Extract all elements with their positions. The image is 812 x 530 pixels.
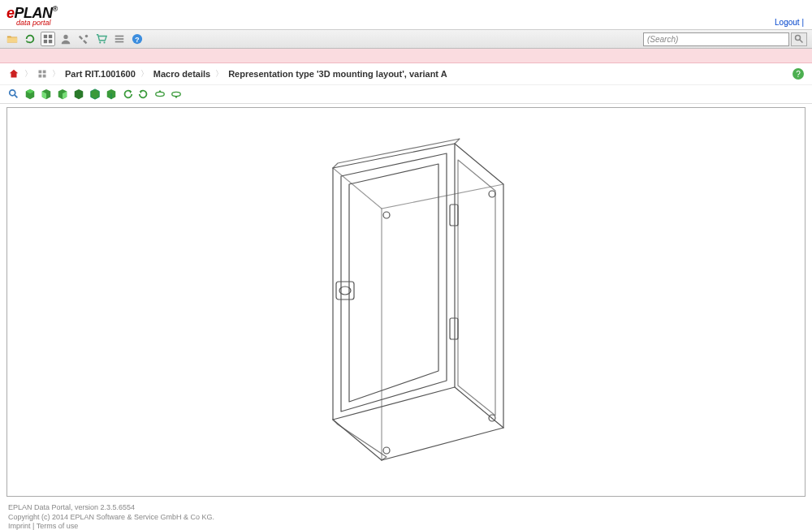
svg-point-23 xyxy=(172,92,181,96)
svg-rect-25 xyxy=(450,318,458,339)
view-cube2-icon[interactable] xyxy=(41,88,52,100)
rotate-right-icon[interactable] xyxy=(138,88,149,100)
search-box xyxy=(643,32,807,46)
main-toolbar: ? xyxy=(0,29,812,49)
svg-rect-15 xyxy=(39,71,42,74)
notification-bar xyxy=(0,49,812,63)
svg-rect-17 xyxy=(39,75,42,78)
svg-rect-24 xyxy=(450,205,458,226)
logo-sub: data portal xyxy=(16,19,806,27)
top-links: Logout | xyxy=(775,18,804,27)
folder-icon[interactable] xyxy=(5,32,19,46)
breadcrumb-part[interactable]: Part RIT.1001600 xyxy=(65,69,136,79)
cart-icon[interactable] xyxy=(94,32,109,46)
svg-rect-3 xyxy=(49,40,52,43)
logout-link[interactable]: Logout xyxy=(775,18,800,27)
svg-rect-0 xyxy=(44,35,47,38)
breadcrumb-sep: 〉 xyxy=(52,68,60,80)
svg-rect-2 xyxy=(44,40,47,43)
breadcrumb: 〉 〉 Part RIT.1001600 〉 Macro details 〉 R… xyxy=(0,63,812,85)
enclosure-3d-drawing xyxy=(260,127,552,476)
svg-rect-18 xyxy=(43,75,46,78)
svg-point-6 xyxy=(99,41,101,43)
svg-point-5 xyxy=(85,35,89,38)
3d-viewer[interactable] xyxy=(6,107,806,497)
zoom-fit-icon[interactable] xyxy=(8,88,19,100)
breadcrumb-grid-icon[interactable] xyxy=(37,69,47,79)
tools-icon[interactable] xyxy=(76,32,91,46)
logo-reg: ® xyxy=(53,5,58,13)
top-links-sep: | xyxy=(801,18,804,27)
breadcrumb-macro[interactable]: Macro details xyxy=(153,69,210,79)
view-cube4-icon[interactable] xyxy=(73,88,84,100)
breadcrumb-sep: 〉 xyxy=(24,68,32,80)
svg-rect-10 xyxy=(115,41,124,43)
footer: EPLAN Data Portal, version 2.3.5.6554 Co… xyxy=(0,500,812,530)
list-icon[interactable] xyxy=(112,32,127,46)
svg-point-7 xyxy=(103,41,105,43)
view-cube3-icon[interactable] xyxy=(57,88,68,100)
help-icon[interactable]: ? xyxy=(130,32,145,46)
context-help-icon[interactable]: ? xyxy=(793,68,804,80)
svg-point-19 xyxy=(10,90,15,96)
view-toolbar xyxy=(0,85,812,104)
svg-point-22 xyxy=(156,92,165,96)
svg-text:?: ? xyxy=(135,36,139,44)
view-cube5-icon[interactable] xyxy=(89,88,101,100)
rotate-up-icon[interactable] xyxy=(154,88,166,100)
user-icon[interactable] xyxy=(58,32,73,46)
terms-link[interactable]: Terms of use xyxy=(37,522,79,530)
svg-line-20 xyxy=(15,95,18,98)
rotate-left-icon[interactable] xyxy=(122,88,133,100)
footer-links: Imprint | Terms of use xyxy=(8,522,804,530)
imprint-link[interactable]: Imprint xyxy=(8,522,31,530)
svg-rect-1 xyxy=(49,35,52,38)
svg-point-29 xyxy=(489,191,495,197)
footer-version: EPLAN Data Portal, version 2.3.5.6554 xyxy=(8,503,804,513)
footer-sep: | xyxy=(31,522,37,530)
search-button[interactable] xyxy=(791,32,807,46)
view-cube6-icon[interactable] xyxy=(106,88,117,100)
home-icon[interactable] xyxy=(8,68,19,80)
svg-point-13 xyxy=(796,36,801,41)
rotate-down-icon[interactable] xyxy=(171,88,182,100)
breadcrumb-rep: Representation type '3D mounting layout'… xyxy=(228,69,447,79)
view-cube1-icon[interactable] xyxy=(24,88,36,100)
svg-rect-9 xyxy=(115,38,124,40)
svg-rect-8 xyxy=(115,36,124,37)
grid-icon[interactable] xyxy=(41,32,55,46)
svg-point-30 xyxy=(383,447,390,454)
breadcrumb-sep: 〉 xyxy=(140,68,149,80)
svg-rect-16 xyxy=(43,71,46,74)
breadcrumb-sep: 〉 xyxy=(215,68,223,80)
svg-point-28 xyxy=(383,212,390,218)
footer-copyright: Copyright (c) 2014 EPLAN Software & Serv… xyxy=(8,513,804,523)
logo-e: e xyxy=(6,5,15,21)
svg-point-4 xyxy=(63,35,67,39)
search-input[interactable] xyxy=(643,32,789,46)
svg-rect-26 xyxy=(336,282,354,299)
header-logo: ePLAN® data portal Logout | xyxy=(0,0,812,29)
svg-line-14 xyxy=(800,40,803,43)
refresh-icon[interactable] xyxy=(23,32,37,46)
